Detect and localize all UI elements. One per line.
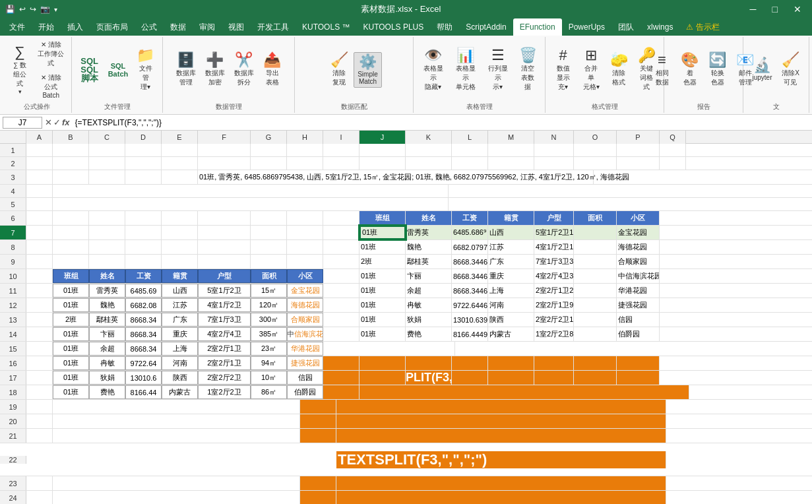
col-header-d[interactable]: D: [125, 131, 162, 144]
cell-i14[interactable]: [323, 327, 359, 341]
cell-c18[interactable]: 费艳: [89, 385, 125, 399]
save-icon[interactable]: 💾: [5, 5, 15, 14]
cell-b11[interactable]: 01班: [53, 284, 89, 298]
cell-23-left[interactable]: [53, 476, 300, 490]
cell-d6[interactable]: [125, 211, 162, 225]
undo-icon[interactable]: ↩: [19, 5, 26, 14]
cell-19-left[interactable]: [53, 400, 300, 414]
cell-a20[interactable]: [26, 414, 53, 428]
cell-a4[interactable]: [26, 185, 53, 197]
cell-j9[interactable]: 2班: [359, 255, 406, 268]
cell-l1[interactable]: [452, 144, 488, 156]
cell-h2[interactable]: [287, 157, 323, 170]
clear-copy-button[interactable]: 🧹 清除复现: [326, 50, 352, 90]
tab-developer[interactable]: 开发工具: [251, 18, 296, 36]
tab-view[interactable]: 视图: [222, 18, 251, 36]
col-header-b[interactable]: B: [53, 131, 89, 144]
cell-f15[interactable]: 2室2厅1卫: [198, 342, 251, 356]
tab-team[interactable]: 团队: [611, 18, 640, 36]
cell-m9[interactable]: 广东: [488, 255, 534, 268]
cell-a19[interactable]: [26, 400, 53, 414]
cell-j12[interactable]: 01班: [359, 298, 406, 312]
cell-c6[interactable]: [89, 211, 125, 225]
col-header-e[interactable]: E: [162, 131, 198, 144]
cell-20-left[interactable]: [53, 414, 300, 428]
cell-f12[interactable]: 4室1厅2卫: [198, 298, 251, 312]
cell-o8[interactable]: [574, 240, 617, 254]
cell-a1[interactable]: [26, 144, 53, 156]
cell-21-left[interactable]: [53, 429, 300, 443]
cell-h18[interactable]: 伯爵园: [287, 385, 323, 399]
cell-a16[interactable]: [26, 356, 53, 370]
cell-b8[interactable]: [53, 240, 89, 254]
cell-p2[interactable]: [617, 157, 660, 170]
cell-n14[interactable]: 1室2厅2卫86㎡: [534, 327, 574, 341]
cell-g16[interactable]: 94㎡: [251, 356, 287, 370]
cell-a9[interactable]: [26, 255, 53, 268]
cell-h6[interactable]: [287, 211, 323, 225]
col-header-l[interactable]: L: [452, 131, 488, 144]
cell-e15[interactable]: 上海: [162, 342, 198, 356]
tab-scriptaddin[interactable]: ScriptAddin: [459, 18, 513, 36]
tab-efunction[interactable]: EFunction: [513, 18, 562, 36]
tab-home[interactable]: 开始: [32, 18, 61, 36]
col-header-g[interactable]: G: [251, 131, 287, 144]
cell-f9[interactable]: [198, 255, 251, 268]
cell-n10[interactable]: 4室2厅4卫385㎡: [534, 269, 574, 283]
cell-e9[interactable]: [162, 255, 198, 268]
cell-p1[interactable]: [617, 144, 660, 156]
cell-d3[interactable]: [125, 170, 162, 184]
cell-j2[interactable]: [359, 157, 406, 170]
cell-a10[interactable]: [26, 269, 53, 283]
cell-p7[interactable]: 金宝花园: [617, 226, 660, 239]
cell-m2[interactable]: [488, 157, 534, 170]
array-formula-button[interactable]: ∑ ∑ 数组公式 ▾: [7, 42, 33, 98]
cell-a3[interactable]: [26, 170, 53, 184]
cell-m8[interactable]: 江苏: [488, 240, 534, 254]
cell-p12[interactable]: 捷强花园: [617, 298, 660, 312]
tab-data[interactable]: 数据: [164, 18, 193, 36]
cell-p11[interactable]: 华港花园: [617, 284, 660, 298]
cell-j13[interactable]: 01班: [359, 313, 406, 327]
cell-h12[interactable]: 海德花园: [287, 298, 323, 312]
tab-insert[interactable]: 插入: [61, 18, 90, 36]
tab-kutools-plus[interactable]: KUTOOLS PLUS: [356, 18, 430, 36]
cell-a17[interactable]: [26, 371, 53, 385]
cell-n1[interactable]: [534, 144, 574, 156]
cell-e1[interactable]: [162, 144, 198, 156]
cell-j10[interactable]: 01班: [359, 269, 406, 283]
cell-reference[interactable]: [3, 117, 42, 129]
cell-g1[interactable]: [251, 144, 287, 156]
cell-h11[interactable]: 金宝花园: [287, 284, 323, 298]
cell-l11[interactable]: 8668.3446: [452, 284, 488, 298]
cell-n12[interactable]: 2室2厅1卫94㎡: [534, 298, 574, 312]
cell-c1[interactable]: [89, 144, 125, 156]
cell-f16[interactable]: 2室2厅1卫: [198, 356, 251, 370]
cell-n7[interactable]: 5室1厅2卫15㎡: [534, 226, 574, 239]
cell-m10[interactable]: 重庆: [488, 269, 534, 283]
cell-a23[interactable]: [26, 476, 53, 490]
cell-c7[interactable]: [89, 226, 125, 239]
row-display-button[interactable]: ☰ 行列显示示▾: [482, 46, 513, 94]
cell-m13[interactable]: 陕西: [488, 313, 534, 327]
cell-e17[interactable]: 陕西: [162, 371, 198, 385]
cell-m12[interactable]: 河南: [488, 298, 534, 312]
cell-i13[interactable]: [323, 313, 359, 327]
cell-b1[interactable]: [53, 144, 89, 156]
cell-i7[interactable]: [323, 226, 359, 239]
cell-i6[interactable]: [323, 211, 359, 225]
simple-match-button[interactable]: ⚙️ SimpleMatch: [354, 52, 382, 88]
cell-j14[interactable]: 01班: [359, 327, 406, 341]
cell-i1[interactable]: [323, 144, 359, 156]
cell-h1[interactable]: [287, 144, 323, 156]
cell-a6[interactable]: [26, 211, 53, 225]
tab-kutools[interactable]: KUTOOLS ™: [296, 18, 356, 36]
cell-p10[interactable]: 中信海滨花园: [617, 269, 660, 283]
cell-d8[interactable]: [125, 240, 162, 254]
cell-a5[interactable]: [26, 198, 53, 210]
cell-c3[interactable]: [89, 170, 125, 184]
cell-f13[interactable]: 7室1厅3卫: [198, 313, 251, 327]
cell-i11[interactable]: [323, 284, 359, 298]
tab-file[interactable]: 文件: [3, 18, 32, 36]
cell-b17[interactable]: 01班: [53, 371, 89, 385]
